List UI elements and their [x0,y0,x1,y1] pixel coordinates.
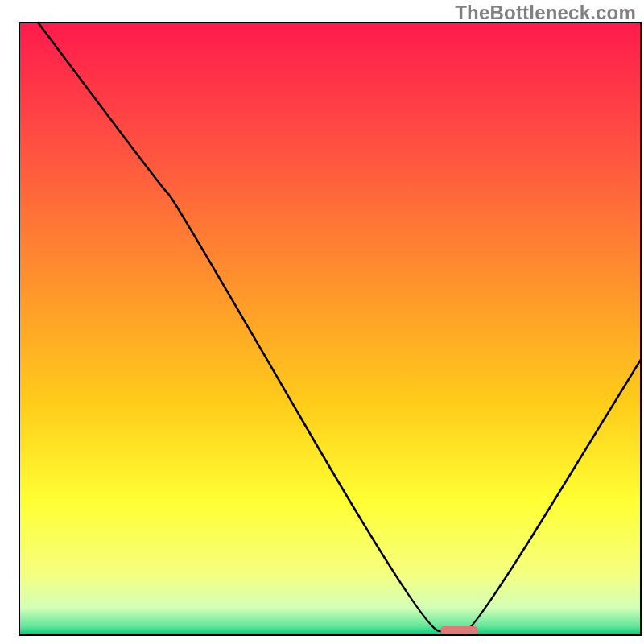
watermark-text: TheBottleneck.com [455,2,636,24]
bottleneck-curve-chart [0,0,644,644]
optimal-marker [440,626,477,634]
chart-container: { "watermark": "TheBottleneck.com", "cha… [0,0,644,644]
gradient-background [19,23,641,635]
